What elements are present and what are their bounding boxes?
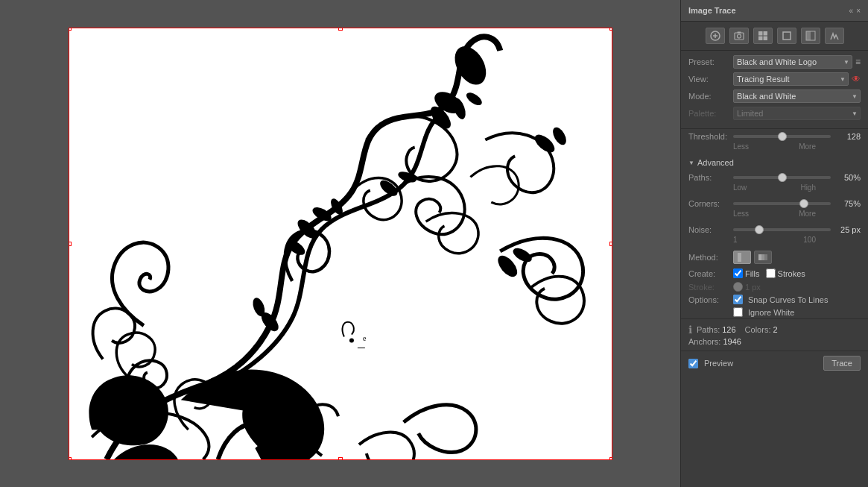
square-icon [782,31,792,41]
paths-label-row: Paths: 50% [688,173,861,182]
preset-select[interactable]: Black and White Logo High Fidelity Photo… [733,55,852,69]
noise-value: 25 px [834,225,861,234]
preview-checkbox[interactable] [688,359,698,368]
ignore-white-checkbox[interactable] [733,307,743,317]
corners-label-row: Corners: 75% [688,199,861,208]
preset-row: Preset: Black and White Logo High Fideli… [688,55,861,69]
auto-color-icon-btn[interactable] [706,28,725,44]
icons-row [681,22,868,51]
method-label: Method: [688,253,733,262]
preset-select-wrapper: Black and White Logo High Fidelity Photo… [733,55,852,69]
strokes-label: Strokes [778,269,805,278]
view-row: View: Tracing Result Tracing Result with… [688,72,861,86]
corners-hints: Less More [688,210,861,218]
noise-hint-left: 1 [733,236,738,244]
svg-rect-25 [763,31,767,36]
svg-rect-21 [735,33,744,40]
sketch-icon-btn[interactable] [825,28,844,44]
corners-row: Corners: 75% Less More [681,196,868,222]
camera-icon-btn[interactable] [729,28,749,44]
threshold-slider[interactable] [733,135,831,138]
svg-rect-34 [761,254,767,260]
svg-rect-30 [806,31,811,40]
stat-anchors: Anchors: 1946 [688,337,741,346]
fills-checkbox-label[interactable]: Fills [733,268,760,278]
advanced-header[interactable]: ▼ Advanced [681,155,868,170]
corners-hint-left: Less [733,210,749,218]
paths-hint-left: Low [733,183,747,192]
svg-rect-24 [758,31,763,36]
auto-color-icon [710,31,720,41]
snap-curves-label[interactable]: Snap Curves To Lines [733,295,828,304]
noise-slider[interactable] [733,228,831,231]
threshold-row: Threshold: 128 Less More [681,129,868,155]
noise-row: Noise: 25 px 1 100 [681,222,868,248]
square-icon-btn[interactable] [777,28,796,44]
image-trace-panel: Image Trace « × [680,0,868,487]
mode-label: Mode: [688,92,733,101]
snap-curves-checkbox[interactable] [733,295,743,304]
view-eye-icon[interactable]: 👁 [852,74,861,84]
floral-artwork: e [69,28,612,459]
close-button[interactable]: × [856,7,861,15]
noise-label: Noise: [688,225,733,234]
threshold-hints: Less More [688,142,861,151]
svg-rect-31 [738,253,741,262]
paths-hints: Low High [688,183,861,192]
ignore-white-label[interactable]: Ignore White [733,307,794,317]
method-abutting-button[interactable] [733,251,751,264]
preview-label[interactable]: Preview [688,359,823,368]
view-select[interactable]: Tracing Result Tracing Result with Outli… [733,72,849,86]
stroke-label: Stroke: [688,283,733,292]
method-overlapping-icon [757,251,769,263]
panel-title: Image Trace [688,6,736,15]
strokes-checkbox[interactable] [766,268,776,278]
grid-icon-btn[interactable] [753,28,773,44]
collapse-button[interactable]: « [849,7,854,15]
strokes-checkbox-label[interactable]: Strokes [766,268,805,278]
ignore-white-row: Ignore White [681,306,868,318]
snap-curves-text: Snap Curves To Lines [748,295,828,304]
paths-slider[interactable] [733,176,831,179]
preset-label: Preset: [688,57,733,66]
trace-button[interactable]: Trace [823,356,861,371]
stroke-radio-label: 1 px [733,282,761,292]
preset-menu-icon[interactable]: ≡ [855,57,861,67]
sketch-icon [829,31,840,41]
camera-icon [734,31,744,41]
method-overlapping-button[interactable] [754,251,772,264]
panel-footer: Preview Trace [681,351,868,375]
stat-anchors-value: 1946 [723,337,741,346]
panel-header: Image Trace « × [681,0,868,22]
info-icon: ℹ [688,324,692,336]
corners-value: 75% [834,199,861,208]
stat-colors: Colors: 2 [745,325,778,334]
svg-point-14 [349,338,353,342]
threshold-label-row: Threshold: 128 [688,132,861,141]
stat-paths: Paths: 126 [697,325,736,334]
corners-label: Corners: [688,199,733,208]
paths-label: Paths: [688,173,733,182]
threshold-hint-left: Less [733,142,749,151]
method-row: Method: [681,248,868,266]
palette-label: Palette: [688,109,733,118]
palette-row: Palette: Limited ▼ [688,107,861,120]
corners-slider[interactable] [733,202,831,205]
threshold-value: 128 [834,132,861,141]
palette-select: Limited [733,107,861,120]
halftone-icon-btn[interactable] [801,28,820,44]
stroke-value: 1 px [745,283,761,292]
noise-label-row: Noise: 25 px [688,225,861,234]
palette-select-wrapper: Limited ▼ [733,107,861,120]
art-board[interactable]: e [69,28,612,460]
stroke-radio [733,282,743,292]
fills-checkbox[interactable] [733,268,743,278]
svg-rect-23 [737,32,741,34]
stat-colors-value: 2 [773,325,778,334]
fills-label: Fills [745,269,760,278]
canvas-area: e [0,0,680,487]
paths-value: 50% [834,173,861,182]
preview-text: Preview [704,359,733,368]
mode-select[interactable]: Black and White Color Grayscale [733,89,861,103]
stat-colors-label: Colors: [745,325,771,334]
